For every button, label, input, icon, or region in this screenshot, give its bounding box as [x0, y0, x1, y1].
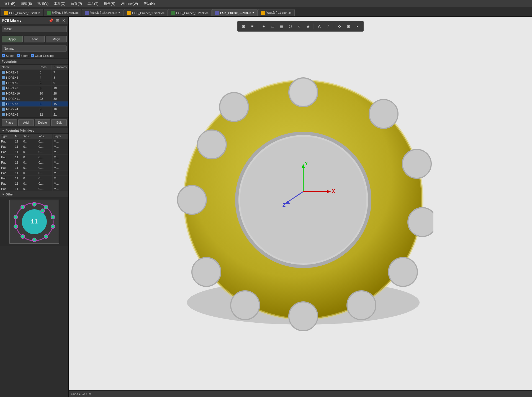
prim-layer: M...	[53, 165, 68, 170]
tab-icon-schdoc1	[127, 11, 131, 15]
prim-x: 0....	[22, 155, 37, 160]
tool-route[interactable]: ≡	[248, 22, 256, 30]
canvas-area[interactable]: ⊞ ≡ + ▭ ▤ ⬡ ○ ◈ A / ⊹ ⊞ ▪	[69, 17, 532, 397]
table-row[interactable]: HDR1X6 6 10	[0, 86, 68, 91]
menu-place[interactable]: 放置(P)	[69, 1, 84, 7]
tab-schdoc1[interactable]: PCB_Project_1.SchDoc	[124, 9, 168, 16]
svg-text:X: X	[332, 189, 335, 194]
prim-col-n[interactable]: N...	[14, 134, 22, 139]
tab-icon-schlib2	[261, 11, 265, 15]
svg-point-24	[290, 79, 317, 106]
cell-primitives: 28	[52, 91, 68, 96]
prim-col-layer[interactable]: Layer	[53, 134, 68, 139]
col-pads[interactable]: Pads	[38, 65, 52, 70]
prim-y: 0....	[37, 170, 53, 175]
apply-button[interactable]: Apply	[2, 36, 23, 42]
cell-pads: 3	[38, 70, 52, 75]
menu-edit[interactable]: 编辑(E)	[19, 1, 34, 7]
tool-square[interactable]: ▪	[353, 22, 361, 30]
menu-report[interactable]: 报告(R)	[102, 1, 117, 7]
tool-measure[interactable]: ⊹	[336, 22, 343, 30]
delete-button[interactable]: Delete	[35, 119, 50, 126]
table-row[interactable]: HDR2X3 6 15	[0, 101, 68, 107]
prim-row[interactable]: Pad 11 0.... 0.... M...	[0, 160, 68, 165]
prim-row[interactable]: Pad 11 0.... 0.... M...	[0, 165, 68, 170]
prim-row[interactable]: Pad 11 0.... 0.... M...	[0, 186, 68, 192]
menu-file[interactable]: 文件(F)	[2, 1, 17, 7]
edit-button[interactable]: Edit	[51, 119, 67, 126]
action-buttons-row: Apply Clear Magn	[0, 34, 68, 44]
tool-text[interactable]: A	[315, 22, 323, 30]
preview-svg: 11	[11, 201, 58, 243]
main-area: PCB Library 📌 ⊞ ✕ Mask Apply Clear Magn …	[0, 17, 532, 397]
table-row[interactable]: HDR1X4 4 8	[0, 75, 68, 80]
prim-y: 0....	[37, 139, 53, 144]
tool-pin[interactable]: ◈	[304, 22, 312, 30]
tool-line[interactable]: /	[324, 22, 332, 30]
prim-layer: M...	[53, 155, 68, 160]
prim-x: 0....	[22, 139, 37, 144]
clear-button[interactable]: Clear	[24, 36, 45, 42]
table-row[interactable]: HDR1X5 5 9	[0, 80, 68, 86]
col-name[interactable]: Name	[0, 65, 38, 70]
svg-point-10	[21, 235, 25, 238]
prim-row[interactable]: Pad 11 0.... 0.... M...	[0, 155, 68, 160]
prim-col-x[interactable]: X-Si...	[22, 134, 37, 139]
menu-help[interactable]: 帮助(H)	[141, 1, 157, 7]
table-row[interactable]: HDR2X10 20 28	[0, 91, 68, 96]
prim-row[interactable]: Pad 11 0.... 0.... M...	[0, 144, 68, 149]
tool-chart[interactable]: ▤	[277, 22, 285, 30]
prim-col-y[interactable]: Y-Si...	[37, 134, 53, 139]
row-icon	[2, 71, 5, 74]
zoom-checkbox-label[interactable]: Zoom	[17, 54, 29, 57]
menu-view[interactable]: 视图(V)	[35, 1, 51, 7]
select-checkbox[interactable]	[2, 54, 5, 57]
row-icon	[2, 86, 5, 90]
normal-select[interactable]: Normal	[2, 45, 67, 52]
menu-project[interactable]: 工程(C)	[52, 1, 68, 7]
tab-schlib2[interactable]: 智能车主板.SchLib	[258, 9, 295, 16]
other-header[interactable]: ▼ Other	[0, 192, 68, 197]
tab-label-pcbdoc2: PCB_Project_1.PcbDoc	[176, 11, 209, 15]
panel-close-button[interactable]: ✕	[61, 18, 66, 23]
tab-pcblib2[interactable]: 智能车主板2.PcbLib ✦	[82, 9, 124, 16]
tool-circle[interactable]: ○	[295, 22, 303, 30]
tab-pcbdoc1[interactable]: 智能车主板.PcbDoc	[44, 9, 82, 16]
mask-select[interactable]: Mask	[2, 26, 67, 32]
tab-pcbdoc2[interactable]: PCB_Project_1.PcbDoc	[168, 9, 212, 16]
cell-name: HDR2X10	[0, 91, 38, 96]
tool-rect[interactable]: ▭	[269, 22, 276, 30]
zoom-checkbox[interactable]	[17, 54, 20, 57]
prim-row[interactable]: Pad 11 0.... 0.... M...	[0, 176, 68, 181]
prim-type: Pad	[0, 139, 14, 144]
place-button[interactable]: Place	[2, 119, 17, 126]
panel-pin-button[interactable]: 📌	[48, 18, 54, 23]
clear-existing-checkbox[interactable]	[31, 54, 34, 57]
select-checkbox-label[interactable]: Select	[2, 54, 14, 57]
tab-schlib1[interactable]: PCB_Project_1.SchLib	[1, 9, 43, 16]
row-icon	[2, 76, 5, 79]
tool-add[interactable]: +	[260, 22, 268, 30]
panel-float-button[interactable]: ⊞	[55, 18, 60, 23]
prim-row[interactable]: Pad 11 0.... 0.... M...	[0, 170, 68, 176]
prim-col-type[interactable]: Type	[0, 134, 14, 139]
cell-pads: 22	[38, 96, 52, 101]
magn-button[interactable]: Magn	[46, 36, 67, 42]
prim-row[interactable]: Pad 11 0.... 0.... M...	[0, 139, 68, 144]
prim-row[interactable]: Pad 11 0.... 0.... M...	[0, 149, 68, 155]
primitives-header[interactable]: ▼ Footprint Primitives	[0, 128, 68, 134]
prim-row[interactable]: Pad 11 0.... 0.... M...	[0, 181, 68, 186]
menu-tools[interactable]: 工具(T)	[85, 1, 101, 7]
clear-existing-checkbox-label[interactable]: Clear Existing	[31, 54, 54, 57]
table-row[interactable]: HDR2X6 12 21	[0, 112, 68, 117]
menu-window[interactable]: Window(W)	[119, 1, 140, 6]
table-row[interactable]: HDR1X3 3 7	[0, 70, 68, 75]
tab-pcblib1[interactable]: PCB_Project_1.PcbLib ✦	[212, 9, 258, 16]
table-row[interactable]: HDR2X11 22 30	[0, 96, 68, 101]
tool-grid[interactable]: ⊞	[345, 22, 352, 30]
col-primitives[interactable]: Primitives	[52, 65, 68, 70]
add-button[interactable]: Add	[18, 119, 34, 126]
table-row[interactable]: HDR2X4 8 16	[0, 107, 68, 112]
tool-filter[interactable]: ⊞	[240, 22, 247, 30]
tool-shield[interactable]: ⬡	[286, 22, 294, 30]
